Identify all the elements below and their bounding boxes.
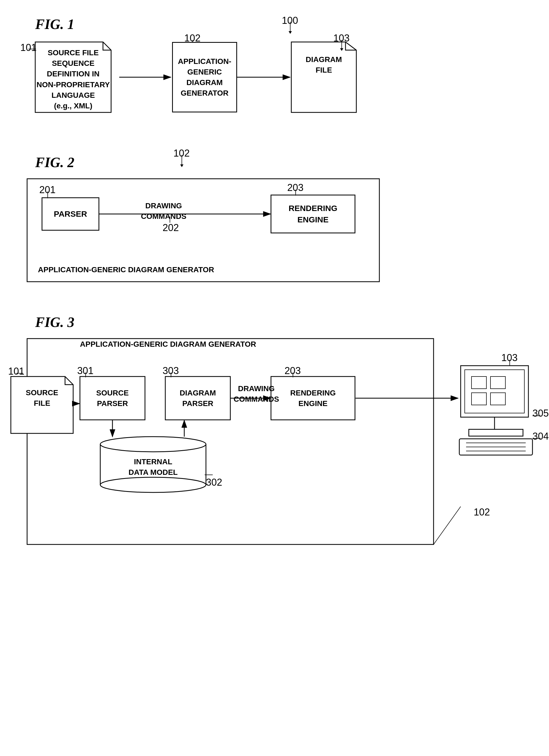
svg-line-37 [434, 507, 461, 544]
fig2-rendering-engine-label: RENDERINGENGINE [271, 195, 355, 233]
fig2-ref-202-line [170, 217, 170, 223]
fig1-ref-103-arrow [340, 48, 343, 51]
fig3-ref-101-line [16, 373, 23, 374]
svg-rect-29 [472, 393, 486, 405]
svg-rect-27 [472, 377, 486, 389]
fig1-title: FIG. 1 [35, 16, 74, 32]
fig3-ref-305: 305 [532, 408, 549, 419]
fig2-title: FIG. 2 [35, 154, 74, 170]
svg-rect-30 [491, 393, 505, 405]
fig2-ref-203-line [296, 190, 296, 196]
page: FIG. 1 100 101 SOURCE FILESEQUENCEDEFINI… [0, 0, 549, 756]
fig3-diagram-parser-label: DIAGRAMPARSER [165, 377, 230, 420]
fig3-ref-103-line [509, 360, 510, 366]
fig2-ref-102-arrow2 [180, 164, 183, 167]
svg-rect-25 [461, 366, 528, 417]
fig2-ref-201-line [47, 192, 48, 198]
fig3-ref-304-line [532, 438, 541, 439]
fig3-ref-302: 302 [206, 477, 222, 488]
fig3-outer-label: APPLICATION-GENERIC DIAGRAM GENERATOR [80, 340, 256, 349]
fig3-ref-305-line [532, 416, 541, 416]
fig3-rendering-engine-label: RENDERINGENGINE [271, 377, 355, 420]
fig1-ref-101: 101 [20, 42, 37, 53]
fig2-ref-202: 202 [162, 222, 179, 233]
fig3-source-parser-label: SOURCEPARSER [80, 377, 145, 420]
fig3-internal-data-model-label: INTERNALDATA MODEL [103, 456, 203, 478]
fig1-source-file-label: SOURCE FILESEQUENCEDEFINITION INNON-PROP… [35, 47, 111, 111]
svg-marker-5 [291, 42, 356, 112]
fig2-parser-label: PARSER [42, 198, 99, 230]
svg-rect-26 [465, 370, 524, 413]
svg-rect-33 [459, 439, 532, 455]
svg-rect-28 [491, 377, 505, 389]
fig2-drawing-commands-label: DRAWINGCOMMANDS [141, 200, 186, 222]
fig1-app-generic-box: APPLICATION-GENERICDIAGRAMGENERATOR [172, 42, 237, 112]
fig3-title: FIG. 3 [35, 314, 74, 330]
fig3-ref-304: 304 [532, 431, 549, 442]
fig1-ref-101-line [28, 49, 36, 49]
svg-point-18 [100, 437, 206, 452]
fig3-ref-101: 101 [8, 366, 24, 377]
fig3-ref-302-line [204, 475, 213, 475]
fig1-ref-103-line [342, 40, 342, 48]
svg-rect-32 [469, 429, 523, 436]
fig1-ref-100-line [290, 22, 291, 31]
fig3-source-file-label: SOURCEFILE [11, 387, 73, 408]
fig2-outer-label: APPLICATION-GENERIC DIAGRAM GENERATOR [38, 265, 214, 274]
fig1-ref-100-arrow [289, 31, 292, 34]
fig1-diagram-file-label: DIAGRAMFILE [293, 54, 355, 75]
fig2-ref-102-line2 [181, 155, 182, 164]
fig3-ref-102: 102 [474, 507, 490, 518]
svg-point-19 [100, 477, 206, 492]
